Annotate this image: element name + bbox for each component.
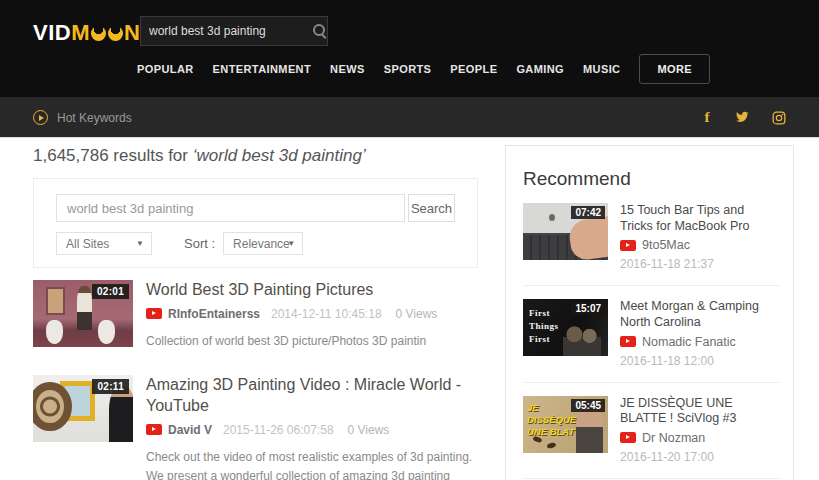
video-thumbnail[interactable]: First Things First 15:07: [523, 299, 608, 356]
channel-name[interactable]: Dr Nozman: [642, 431, 705, 445]
header-search: [140, 16, 328, 46]
duration-badge: 02:01: [92, 284, 129, 299]
nav-item-news[interactable]: NEWS: [330, 63, 365, 75]
upload-date: 2014-12-11 10:45:18: [271, 307, 382, 321]
hot-keywords-bar: Hot Keywords f: [0, 97, 819, 138]
search-icon[interactable]: [312, 23, 319, 39]
upload-date: 2016-11-18 12:00: [620, 354, 780, 368]
upload-date: 2016-11-20 17:00: [620, 450, 780, 464]
page: VIDMN POPULAR ENTERTAINMENT NEWS SPORTS …: [0, 0, 819, 480]
sort-select-value: Relevance: [233, 237, 290, 251]
nav-item-gaming[interactable]: GAMING: [516, 63, 564, 75]
nav-item-popular[interactable]: POPULAR: [137, 63, 194, 75]
video-thumbnail[interactable]: 02:01: [33, 280, 133, 347]
video-thumbnail[interactable]: JE DISSÈQUE UNE BLATTE 05:45: [523, 396, 608, 453]
youtube-icon: [146, 308, 162, 319]
upload-date: 2015-11-26 06:07:58: [223, 423, 334, 437]
channel-name[interactable]: 9to5Mac: [642, 238, 690, 252]
search-input[interactable]: [56, 194, 405, 222]
duration-badge: 05:45: [571, 399, 605, 412]
main-nav: POPULAR ENTERTAINMENT NEWS SPORTS PEOPLE…: [137, 52, 710, 86]
video-title[interactable]: Amazing 3D Painting Video : Miracle Worl…: [146, 375, 478, 417]
youtube-icon: [620, 240, 636, 251]
video-description: Check out the video of most realistic ex…: [146, 448, 486, 480]
view-count: 0 Views: [348, 423, 390, 437]
nav-item-music[interactable]: MUSIC: [583, 63, 620, 75]
video-title[interactable]: Meet Morgan & Camping North Carolina: [620, 299, 780, 330]
chevron-down-icon: ▼: [287, 239, 295, 248]
results-query: ‘world best 3d painting’: [193, 146, 366, 165]
twitter-icon[interactable]: [736, 111, 750, 125]
youtube-icon: [620, 336, 636, 347]
result-item: 02:01 World Best 3D Painting Pictures RI…: [33, 280, 478, 351]
search-button[interactable]: Search: [408, 194, 455, 222]
header-search-input[interactable]: [141, 24, 312, 38]
results-heading: 1,645,786 results for ‘world best 3d pai…: [33, 146, 366, 166]
duration-badge: 02:11: [92, 379, 129, 394]
recommend-heading: Recommend: [523, 168, 793, 190]
instagram-icon[interactable]: [772, 111, 786, 125]
moon-icon: [91, 26, 106, 41]
play-circle-icon: [33, 110, 48, 125]
hot-keywords[interactable]: Hot Keywords: [33, 97, 132, 138]
header: VIDMN POPULAR ENTERTAINMENT NEWS SPORTS …: [0, 0, 819, 97]
sort-select[interactable]: Relevance ▼: [223, 232, 303, 255]
sort-label: Sort :: [184, 236, 215, 251]
nav-item-entertainment[interactable]: ENTERTAINMENT: [213, 63, 312, 75]
nav-more-button[interactable]: MORE: [639, 54, 710, 84]
results-count: 1,645,786 results for: [33, 146, 188, 165]
view-count: 0 Views: [396, 307, 438, 321]
search-filter-panel: Search All Sites ▼ Sort : Relevance ▼: [33, 178, 478, 268]
channel-name[interactable]: David V: [168, 423, 212, 437]
result-item: 02:11 Amazing 3D Painting Video : Miracl…: [33, 375, 478, 480]
nav-item-sports[interactable]: SPORTS: [384, 63, 432, 75]
logo-n: N: [124, 20, 140, 46]
recommend-panel: Recommend 07:42 15 Touch Bar Tips and Tr…: [505, 145, 794, 480]
channel-name[interactable]: RInfoEntainerss: [168, 307, 260, 321]
facebook-icon[interactable]: f: [700, 111, 714, 125]
sites-select-value: All Sites: [66, 237, 109, 251]
video-thumbnail[interactable]: 07:42: [523, 203, 608, 260]
sites-select[interactable]: All Sites ▼: [56, 232, 152, 255]
recommend-item: JE DISSÈQUE UNE BLATTE 05:45 JE DISSÈQUE…: [523, 383, 780, 479]
chevron-down-icon: ▼: [136, 239, 144, 248]
hot-keywords-label: Hot Keywords: [57, 111, 132, 125]
recommend-item: 07:42 15 Touch Bar Tips and Tricks for M…: [523, 190, 780, 286]
channel-name[interactable]: Nomadic Fanatic: [642, 335, 736, 349]
upload-date: 2016-11-18 21:37: [620, 257, 780, 271]
video-title[interactable]: 15 Touch Bar Tips and Tricks for MacBook…: [620, 203, 780, 234]
video-title[interactable]: World Best 3D Painting Pictures: [146, 280, 478, 301]
logo-m: M: [71, 20, 90, 46]
duration-badge: 15:07: [571, 302, 605, 315]
video-thumbnail[interactable]: 02:11: [33, 375, 133, 442]
social-links: f: [700, 97, 786, 138]
nav-item-people[interactable]: PEOPLE: [450, 63, 497, 75]
video-description: Collection of world best 3D picture/Phot…: [146, 332, 486, 351]
duration-badge: 07:42: [571, 206, 605, 219]
moon-icon: [108, 26, 123, 41]
logo-vid: VID: [33, 20, 71, 46]
video-title[interactable]: JE DISSÈQUE UNE BLATTE ! SciVlog #3: [620, 396, 780, 427]
youtube-icon: [146, 424, 162, 435]
site-logo[interactable]: VIDMN: [33, 20, 140, 46]
youtube-icon: [620, 432, 636, 443]
recommend-item: First Things First 15:07 Meet Morgan & C…: [523, 286, 780, 382]
